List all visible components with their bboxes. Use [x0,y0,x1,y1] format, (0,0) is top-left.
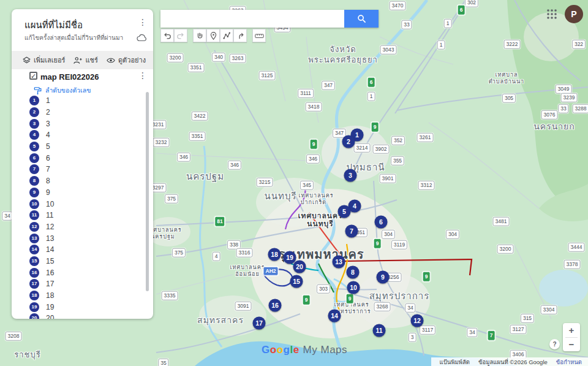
google-logo-letter: e [293,344,300,356]
panel-scrollbar[interactable] [146,92,149,291]
route-shield: 3901 [380,174,396,183]
zoom-in-button[interactable]: + [563,323,580,337]
map-marker-9[interactable]: 9 [377,271,390,284]
place-label: ปากเกร็ด [301,198,326,207]
account-avatar[interactable]: P [565,5,583,23]
preview-button[interactable]: ดูตัวอย่าง [107,55,146,66]
layer-item-20[interactable]: 2020 [12,313,153,319]
map-marker-8[interactable]: 8 [347,266,360,279]
route-shield: 3481 [493,217,510,226]
map-marker-7[interactable]: 7 [345,225,358,238]
layer-item-1[interactable]: 11 [12,95,153,107]
map-title[interactable]: แผนที่ที่ไม่มีชื่อ [24,18,83,32]
map-marker-17[interactable]: 17 [253,317,266,330]
list-marker-icon: 6 [29,153,39,163]
map-marker-12[interactable]: 12 [411,315,424,327]
layer-item-7[interactable]: 77 [12,164,153,175]
layer-item-16[interactable]: 1616 [12,267,153,278]
list-marker-icon: 8 [29,176,39,186]
help-button[interactable]: ? [549,339,560,349]
map-marker-5[interactable]: 5 [338,205,351,218]
layer-item-label: 19 [46,303,54,311]
route-shield: 3444 [568,243,585,252]
layer-item-2[interactable]: 22 [12,107,153,118]
layer-item-11[interactable]: 1111 [12,210,153,221]
layer-item-18[interactable]: 1818 [12,290,153,302]
map-marker-11[interactable]: 11 [373,324,386,337]
layer-item-13[interactable]: 1313 [12,232,153,244]
route-shield: 3902 [373,145,390,154]
route-shield: 3111 [298,89,314,98]
pan-hand-button[interactable] [193,29,206,42]
layer-item-4[interactable]: 44 [12,129,153,141]
layer-item-label: 2 [46,108,50,116]
route-shield: 3127 [510,325,527,334]
layer-item-label: 3 [46,120,50,128]
layer-item-12[interactable]: 1212 [12,221,153,233]
map-marker-20[interactable]: 20 [293,261,306,273]
google-apps-grid-icon[interactable] [546,9,557,20]
layer-item-3[interactable]: 33 [12,118,153,129]
place-label: นครปฐม [186,169,224,184]
place-label: พระนครศรีอยุธยา [308,53,378,66]
route-shield: 3470 [390,1,406,10]
map-menu-kebab-icon[interactable]: ⋮ [138,18,147,26]
route-shield: 3351 [189,132,206,141]
layer-style-link[interactable]: ลำดับของตัวเลข [34,85,91,96]
layer-item-9[interactable]: 99 [12,187,153,199]
motorway-shield: 81 [214,216,225,227]
preview-eye-icon [107,57,115,64]
map-marker-14[interactable]: 14 [328,310,341,322]
zoom-out-button[interactable]: − [563,338,580,352]
map-marker-16[interactable]: 16 [269,299,282,312]
route-shield: 315 [521,314,534,323]
list-marker-icon: 3 [29,119,39,129]
route-shield: 352 [391,136,405,145]
map-marker-18[interactable]: 18 [268,248,281,261]
layer-item-5[interactable]: 55 [12,141,153,153]
route-shield: 3418 [306,102,322,112]
layer-item-14[interactable]: 1414 [12,244,153,256]
map-data-credit: ข้อมูลแผนที่ ©2026 Google [478,357,548,366]
map-marker-15[interactable]: 15 [290,275,303,288]
google-logo: Google [262,344,300,356]
list-marker-icon: 9 [29,188,39,197]
undo-button[interactable] [160,29,174,42]
layer-item-15[interactable]: 1515 [12,256,153,267]
layer-item-6[interactable]: 66 [12,152,153,164]
list-marker-icon: 18 [29,291,39,300]
layer-menu-kebab-icon[interactable]: ⋮ [138,71,147,80]
layer-item-8[interactable]: 88 [12,175,153,187]
measure-button[interactable] [252,29,266,42]
google-logo-letter: G [262,344,270,356]
add-layer-button[interactable]: เพิ่มเลเยอร์ [23,55,65,66]
route-shield: 3351 [188,63,205,72]
motorway-shield: 9 [346,294,354,304]
search-input[interactable] [160,10,344,28]
list-marker-icon: 5 [29,142,39,151]
layer-row: ✓ map REI022026 ⋮ [12,69,153,85]
search-button[interactable] [344,10,379,28]
layer-item-19[interactable]: 1919 [12,301,153,313]
layer-name[interactable]: map REI022026 [40,72,99,82]
share-button[interactable]: แชร์ [74,55,97,66]
layer-item-17[interactable]: 1717 [12,278,153,290]
route-shield: 340 [212,53,225,62]
map-marker-13[interactable]: 13 [333,256,345,269]
route-shield: 3215 [257,178,273,187]
add-marker-button[interactable] [206,29,220,42]
layer-item-10[interactable]: 1010 [12,198,153,210]
terms-link[interactable]: ข้อกำหนด [556,357,582,366]
map-marker-2[interactable]: 2 [342,135,355,148]
map-marker-3[interactable]: 3 [344,169,357,182]
route-shield: 304 [382,230,395,239]
route-shield: 345 [300,181,314,190]
map-marker-6[interactable]: 6 [375,216,388,229]
route-shield: 3117 [420,326,435,335]
add-directions-button[interactable] [233,29,247,42]
redo-button[interactable] [174,29,187,42]
draw-line-button[interactable] [220,29,233,42]
map-marker-10[interactable]: 10 [347,281,360,294]
keyboard-shortcuts-link[interactable]: แป้นพิมพ์ลัด [440,357,470,366]
layer-visibility-checkbox[interactable]: ✓ [29,72,37,80]
